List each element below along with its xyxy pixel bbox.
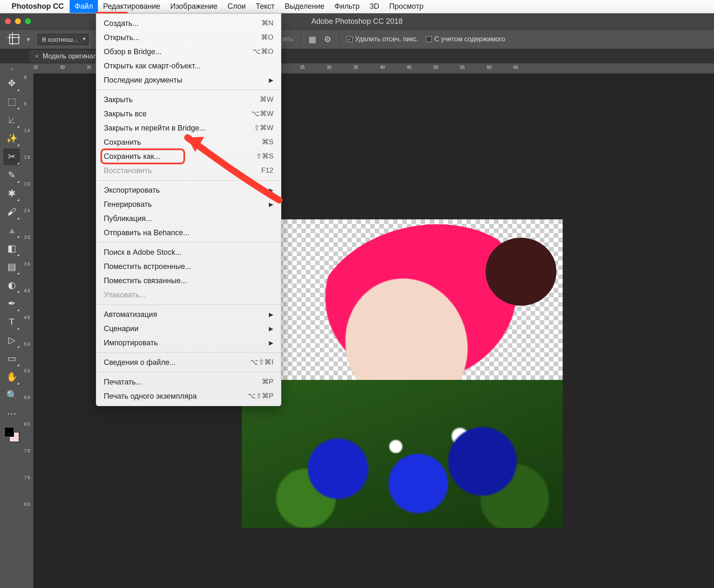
menu-filter[interactable]: Фильтр <box>329 0 364 13</box>
healing-tool[interactable]: ✱ <box>3 185 20 202</box>
menu-item[interactable]: Закрыть все⌥⌘W <box>96 107 281 121</box>
minimize-window-icon[interactable] <box>15 18 21 24</box>
shortcut-label: ⌥⌘O <box>253 46 273 57</box>
menu-item[interactable]: Последние документы▶ <box>96 73 281 87</box>
hair-bun-shape <box>486 238 556 306</box>
menu-item[interactable]: Автоматизация▶ <box>96 307 281 322</box>
ruler-tick: 35 <box>353 65 358 70</box>
more-tools[interactable]: ⋯ <box>3 405 20 422</box>
close-tab-icon[interactable]: × <box>35 53 38 60</box>
menu-item[interactable]: Поиск в Adobe Stock... <box>96 245 281 259</box>
menu-image[interactable]: Изображение <box>165 0 222 13</box>
submenu-arrow-icon: ▶ <box>269 185 273 196</box>
grid-overlay-icon[interactable]: ▦ <box>308 34 316 44</box>
shape-tool[interactable]: ▭ <box>3 350 20 367</box>
checkbox-icon <box>426 36 432 42</box>
ruler-tick: 5 5 <box>24 369 30 373</box>
menu-separator <box>96 372 281 372</box>
magic-wand-tool[interactable]: ✨ <box>3 130 20 147</box>
menu-item[interactable]: Закрыть и перейти в Bridge...⇧⌘W <box>96 121 281 135</box>
ratio-dropdown[interactable]: В соотнош... <box>38 34 88 45</box>
shortcut-label: ⌘P <box>262 377 273 387</box>
foreground-color-swatch[interactable] <box>4 427 14 437</box>
ruler-tick: 30 <box>60 65 65 70</box>
crop-icon[interactable] <box>9 34 19 44</box>
menu-item-label: Последние документы <box>104 75 182 85</box>
menu-item[interactable]: Открыть...⌘O <box>96 30 281 45</box>
menu-item[interactable]: Печатать...⌘P <box>96 375 281 389</box>
menu-3d[interactable]: 3D <box>365 0 384 13</box>
lasso-tool[interactable]: ⟀ <box>3 112 20 128</box>
ruler-tick: 60 <box>487 65 491 70</box>
eyedropper-tool[interactable]: ✎ <box>3 167 20 183</box>
stamp-tool[interactable]: ⟁ <box>3 222 20 239</box>
ruler-tick: 0 <box>24 75 27 80</box>
ruler-tick: 3 0 <box>24 235 30 240</box>
canvas-document[interactable] <box>242 219 563 528</box>
maximize-window-icon[interactable] <box>25 18 31 24</box>
pen-tool[interactable]: ✒ <box>3 295 20 312</box>
menu-item[interactable]: Поместить встроенные... <box>96 259 281 274</box>
crop-tool[interactable]: ✂ <box>3 148 20 165</box>
menu-item[interactable]: Открыть как смарт-объект... <box>96 59 281 73</box>
menu-item-label: Публикация... <box>104 213 152 224</box>
app-name[interactable]: Photoshop CC <box>12 2 64 11</box>
close-window-icon[interactable] <box>5 18 11 24</box>
ruler-tick: 5 0 <box>24 342 30 347</box>
expand-tools-icon[interactable]: » <box>10 66 13 72</box>
content-aware-label: С учетом содержимого <box>434 35 505 43</box>
gear-icon[interactable]: ⚙ <box>324 34 331 44</box>
menu-item[interactable]: Обзор в Bridge...⌥⌘O <box>96 45 281 59</box>
submenu-arrow-icon: ▶ <box>269 199 273 210</box>
menu-item[interactable]: Поместить связанные... <box>96 274 281 288</box>
menu-item[interactable]: Сохранить⌘S <box>96 135 281 149</box>
type-tool[interactable]: T <box>3 314 20 330</box>
dodge-tool[interactable]: ◐ <box>3 277 20 294</box>
menu-item-label: Открыть... <box>104 32 140 43</box>
ruler-tick: 25 <box>300 65 305 70</box>
menu-layers[interactable]: Слои <box>223 0 251 13</box>
menu-item-label: Закрыть все <box>104 108 147 119</box>
submenu-arrow-icon: ▶ <box>269 337 273 348</box>
menu-item[interactable]: Сценарии▶ <box>96 322 281 336</box>
menu-select[interactable]: Выделение <box>280 0 329 13</box>
eraser-tool[interactable]: ◧ <box>3 240 20 257</box>
menu-item-label: Поместить связанные... <box>104 275 187 286</box>
menu-item[interactable]: Отправить на Behance... <box>96 226 281 240</box>
flowers-shape <box>242 380 563 528</box>
content-aware-checkbox[interactable]: С учетом содержимого <box>426 35 505 43</box>
move-tool[interactable]: ✥ <box>3 75 20 92</box>
delete-cropped-checkbox[interactable]: ✓ Удалить отсеч. пикс. <box>347 35 418 43</box>
menu-item[interactable]: Печать одного экземпляра⌥⇧⌘P <box>96 389 281 403</box>
menu-edit[interactable]: Редактирование <box>98 0 165 13</box>
menu-item[interactable]: Экспортировать▶ <box>96 183 281 197</box>
menu-item-label: Открыть как смарт-объект... <box>104 60 200 71</box>
brush-tool[interactable]: 🖌 <box>3 204 20 220</box>
menu-item[interactable]: Публикация... <box>96 211 281 226</box>
menu-item[interactable]: Генерировать▶ <box>96 197 281 211</box>
submenu-arrow-icon: ▶ <box>269 309 273 320</box>
marquee-tool[interactable]: ⬚ <box>3 93 20 110</box>
zoom-tool[interactable]: 🔍 <box>3 387 20 404</box>
ruler-tick: 2 5 <box>24 209 30 213</box>
mac-menubar: Photoshop CC Файл Редактирование Изображ… <box>0 0 714 13</box>
menu-item[interactable]: Импортировать▶ <box>96 336 281 350</box>
path-select-tool[interactable]: ▷ <box>3 332 20 349</box>
tools-panel: » ✥ ⬚ ⟀ ✨ ✂ ✎ ✱ 🖌 ⟁ ◧ ▤ ◐ ✒ T ▷ ▭ ✋ 🔍 ⋯ <box>0 63 23 588</box>
menu-text[interactable]: Текст <box>251 0 280 13</box>
menu-file[interactable]: Файл <box>70 0 98 13</box>
menu-item-label: Автоматизация <box>104 309 157 320</box>
color-swatches[interactable] <box>4 427 19 442</box>
hand-tool[interactable]: ✋ <box>3 369 20 385</box>
truncated-button[interactable]: ить <box>283 35 293 43</box>
menu-item: ВосстановитьF12 <box>96 163 281 178</box>
menu-item[interactable]: Закрыть⌘W <box>96 93 281 107</box>
ruler-tick: 30 <box>327 65 331 70</box>
ruler-tick: 3 5 <box>24 262 30 266</box>
menu-item[interactable]: Создать...⌘N <box>96 16 281 30</box>
menu-view[interactable]: Просмотр <box>384 0 428 13</box>
gradient-tool[interactable]: ▤ <box>3 259 20 275</box>
menu-item[interactable]: Сведения о файле...⌥⇧⌘I <box>96 355 281 369</box>
document-tab[interactable]: × Модель оригинал <box>29 50 103 63</box>
menu-item[interactable]: Сохранить как...⇧⌘S <box>96 149 281 163</box>
